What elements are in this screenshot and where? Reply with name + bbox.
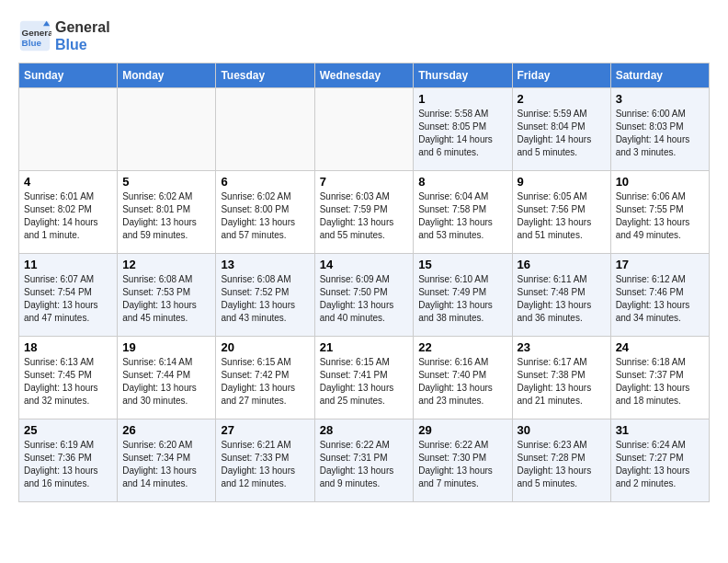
calendar-cell: 6Sunrise: 6:02 AM Sunset: 8:00 PM Daylig…: [216, 171, 314, 254]
day-info: Sunrise: 6:01 AM Sunset: 8:02 PM Dayligh…: [24, 190, 112, 242]
day-info: Sunrise: 6:18 AM Sunset: 7:37 PM Dayligh…: [616, 356, 704, 408]
weekday-header-friday: Friday: [512, 63, 610, 88]
day-info: Sunrise: 6:16 AM Sunset: 7:40 PM Dayligh…: [418, 356, 506, 408]
logo-icon: General Blue: [18, 19, 51, 52]
calendar-cell: 18Sunrise: 6:13 AM Sunset: 7:45 PM Dayli…: [19, 337, 118, 419]
day-number: 10: [616, 175, 704, 189]
day-number: 2: [518, 92, 606, 106]
day-info: Sunrise: 6:05 AM Sunset: 7:56 PM Dayligh…: [518, 190, 606, 242]
calendar-week-4: 18Sunrise: 6:13 AM Sunset: 7:45 PM Dayli…: [19, 337, 710, 419]
calendar-table: SundayMondayTuesdayWednesdayThursdayFrid…: [18, 63, 710, 502]
day-info: Sunrise: 6:03 AM Sunset: 7:59 PM Dayligh…: [320, 190, 409, 242]
calendar-cell: 29Sunrise: 6:22 AM Sunset: 7:30 PM Dayli…: [414, 419, 512, 502]
day-number: 11: [24, 258, 112, 271]
calendar-week-3: 11Sunrise: 6:07 AM Sunset: 7:54 PM Dayli…: [19, 254, 710, 337]
calendar-cell: 15Sunrise: 6:10 AM Sunset: 7:49 PM Dayli…: [414, 254, 512, 337]
day-number: 13: [221, 258, 309, 271]
calendar-cell: 10Sunrise: 6:06 AM Sunset: 7:55 PM Dayli…: [610, 171, 709, 254]
calendar-cell: 1Sunrise: 5:58 AM Sunset: 8:05 PM Daylig…: [414, 88, 512, 171]
calendar-cell: [314, 88, 414, 171]
day-number: 29: [418, 423, 506, 437]
calendar-week-5: 25Sunrise: 6:19 AM Sunset: 7:36 PM Dayli…: [19, 419, 710, 502]
day-number: 22: [418, 340, 506, 354]
day-info: Sunrise: 6:17 AM Sunset: 7:38 PM Dayligh…: [518, 356, 606, 408]
calendar-cell: 9Sunrise: 6:05 AM Sunset: 7:56 PM Daylig…: [512, 171, 610, 254]
day-number: 16: [518, 258, 606, 271]
calendar-week-1: 1Sunrise: 5:58 AM Sunset: 8:05 PM Daylig…: [19, 88, 710, 171]
calendar-cell: 7Sunrise: 6:03 AM Sunset: 7:59 PM Daylig…: [314, 171, 414, 254]
day-number: 31: [616, 423, 704, 437]
weekday-header-monday: Monday: [118, 63, 216, 88]
calendar-cell: 3Sunrise: 6:00 AM Sunset: 8:03 PM Daylig…: [610, 88, 709, 171]
calendar-cell: 20Sunrise: 6:15 AM Sunset: 7:42 PM Dayli…: [216, 337, 314, 419]
svg-text:General: General: [22, 28, 51, 38]
calendar-cell: 16Sunrise: 6:11 AM Sunset: 7:48 PM Dayli…: [512, 254, 610, 337]
day-info: Sunrise: 6:23 AM Sunset: 7:28 PM Dayligh…: [518, 439, 606, 490]
day-number: 1: [418, 92, 506, 106]
day-number: 8: [418, 175, 506, 189]
calendar-cell: 21Sunrise: 6:15 AM Sunset: 7:41 PM Dayli…: [314, 337, 414, 419]
weekday-header-sunday: Sunday: [19, 63, 118, 88]
day-info: Sunrise: 6:07 AM Sunset: 7:54 PM Dayligh…: [24, 273, 112, 325]
calendar-cell: [216, 88, 314, 171]
calendar-cell: 24Sunrise: 6:18 AM Sunset: 7:37 PM Dayli…: [610, 337, 709, 419]
day-info: Sunrise: 6:02 AM Sunset: 8:00 PM Dayligh…: [221, 190, 309, 242]
day-number: 25: [24, 423, 112, 437]
day-number: 15: [418, 258, 506, 271]
day-info: Sunrise: 6:00 AM Sunset: 8:03 PM Dayligh…: [616, 108, 704, 159]
logo-text-blue: Blue: [55, 36, 110, 53]
calendar-cell: [19, 88, 118, 171]
calendar-week-2: 4Sunrise: 6:01 AM Sunset: 8:02 PM Daylig…: [19, 171, 710, 254]
day-number: 17: [616, 258, 704, 271]
day-info: Sunrise: 6:21 AM Sunset: 7:33 PM Dayligh…: [221, 439, 309, 490]
day-info: Sunrise: 6:13 AM Sunset: 7:45 PM Dayligh…: [24, 356, 112, 408]
day-info: Sunrise: 6:20 AM Sunset: 7:34 PM Dayligh…: [122, 439, 210, 490]
day-number: 21: [320, 340, 409, 354]
day-info: Sunrise: 6:04 AM Sunset: 7:58 PM Dayligh…: [418, 190, 506, 242]
day-info: Sunrise: 6:15 AM Sunset: 7:41 PM Dayligh…: [320, 356, 409, 408]
day-number: 9: [518, 175, 606, 189]
day-info: Sunrise: 6:11 AM Sunset: 7:48 PM Dayligh…: [518, 273, 606, 325]
day-info: Sunrise: 6:02 AM Sunset: 8:01 PM Dayligh…: [122, 190, 210, 242]
calendar-cell: 17Sunrise: 6:12 AM Sunset: 7:46 PM Dayli…: [610, 254, 709, 337]
day-info: Sunrise: 6:08 AM Sunset: 7:53 PM Dayligh…: [122, 273, 210, 325]
calendar-cell: 22Sunrise: 6:16 AM Sunset: 7:40 PM Dayli…: [414, 337, 512, 419]
day-info: Sunrise: 6:09 AM Sunset: 7:50 PM Dayligh…: [320, 273, 409, 325]
logo: General Blue General Blue: [18, 18, 110, 53]
day-number: 28: [320, 423, 409, 437]
day-number: 7: [320, 175, 409, 189]
calendar-cell: 5Sunrise: 6:02 AM Sunset: 8:01 PM Daylig…: [118, 171, 216, 254]
day-info: Sunrise: 6:12 AM Sunset: 7:46 PM Dayligh…: [616, 273, 704, 325]
day-number: 4: [24, 175, 112, 189]
calendar-cell: 11Sunrise: 6:07 AM Sunset: 7:54 PM Dayli…: [19, 254, 118, 337]
day-number: 5: [122, 175, 210, 189]
day-info: Sunrise: 6:08 AM Sunset: 7:52 PM Dayligh…: [221, 273, 309, 325]
day-number: 26: [122, 423, 210, 437]
day-number: 6: [221, 175, 309, 189]
weekday-header-saturday: Saturday: [610, 63, 709, 88]
weekday-header-row: SundayMondayTuesdayWednesdayThursdayFrid…: [19, 63, 710, 88]
calendar-cell: 19Sunrise: 6:14 AM Sunset: 7:44 PM Dayli…: [118, 337, 216, 419]
day-info: Sunrise: 6:15 AM Sunset: 7:42 PM Dayligh…: [221, 356, 309, 408]
day-number: 30: [518, 423, 606, 437]
calendar-cell: 23Sunrise: 6:17 AM Sunset: 7:38 PM Dayli…: [512, 337, 610, 419]
calendar-cell: 31Sunrise: 6:24 AM Sunset: 7:27 PM Dayli…: [610, 419, 709, 502]
day-number: 14: [320, 258, 409, 271]
day-info: Sunrise: 6:22 AM Sunset: 7:31 PM Dayligh…: [320, 439, 409, 490]
calendar-cell: 26Sunrise: 6:20 AM Sunset: 7:34 PM Dayli…: [118, 419, 216, 502]
day-number: 27: [221, 423, 309, 437]
calendar-cell: 8Sunrise: 6:04 AM Sunset: 7:58 PM Daylig…: [414, 171, 512, 254]
day-number: 23: [518, 340, 606, 354]
svg-text:Blue: Blue: [22, 38, 42, 48]
calendar-cell: 12Sunrise: 6:08 AM Sunset: 7:53 PM Dayli…: [118, 254, 216, 337]
day-info: Sunrise: 5:59 AM Sunset: 8:04 PM Dayligh…: [518, 108, 606, 159]
day-info: Sunrise: 6:19 AM Sunset: 7:36 PM Dayligh…: [24, 439, 112, 490]
weekday-header-tuesday: Tuesday: [216, 63, 314, 88]
calendar-cell: 14Sunrise: 6:09 AM Sunset: 7:50 PM Dayli…: [314, 254, 414, 337]
calendar-cell: 28Sunrise: 6:22 AM Sunset: 7:31 PM Dayli…: [314, 419, 414, 502]
logo-text-general: General: [55, 18, 110, 36]
calendar-cell: [118, 88, 216, 171]
day-info: Sunrise: 6:22 AM Sunset: 7:30 PM Dayligh…: [418, 439, 506, 490]
day-info: Sunrise: 5:58 AM Sunset: 8:05 PM Dayligh…: [418, 108, 506, 159]
day-number: 20: [221, 340, 309, 354]
